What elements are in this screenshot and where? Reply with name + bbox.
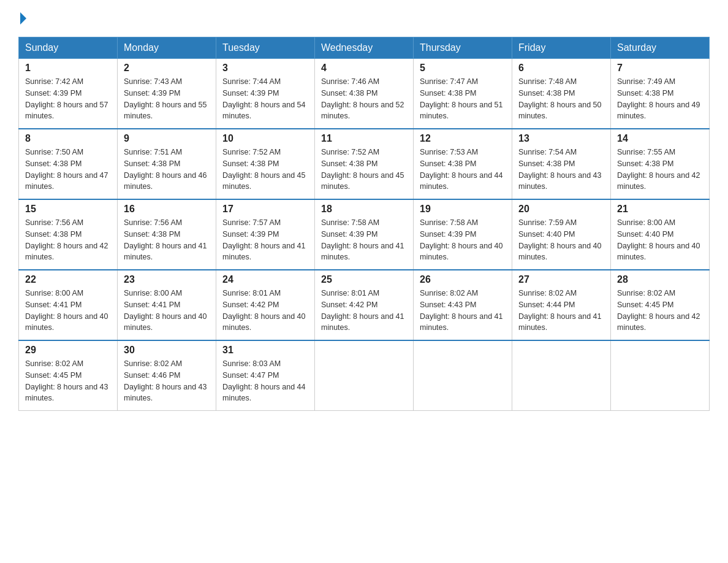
- day-number: 10: [222, 133, 308, 144]
- day-number: 7: [617, 63, 703, 74]
- calendar-week-row: 22 Sunrise: 8:00 AMSunset: 4:41 PMDaylig…: [19, 270, 710, 340]
- day-info: Sunrise: 8:01 AMSunset: 4:42 PMDaylight:…: [222, 289, 306, 332]
- calendar-week-row: 29 Sunrise: 8:02 AMSunset: 4:45 PMDaylig…: [19, 340, 710, 411]
- calendar-cell: 2 Sunrise: 7:43 AMSunset: 4:39 PMDayligh…: [118, 59, 216, 129]
- day-info: Sunrise: 7:55 AMSunset: 4:38 PMDaylight:…: [617, 148, 700, 191]
- calendar-cell: 6 Sunrise: 7:48 AMSunset: 4:38 PMDayligh…: [512, 59, 611, 129]
- day-number: 23: [124, 274, 210, 285]
- column-header-thursday: Thursday: [414, 37, 512, 59]
- calendar-week-row: 1 Sunrise: 7:42 AMSunset: 4:39 PMDayligh…: [19, 59, 710, 129]
- calendar-cell: 21 Sunrise: 8:00 AMSunset: 4:40 PMDaylig…: [611, 199, 710, 270]
- calendar-cell: 31 Sunrise: 8:03 AMSunset: 4:47 PMDaylig…: [216, 340, 315, 411]
- day-number: 16: [124, 204, 210, 215]
- calendar-table: SundayMondayTuesdayWednesdayThursdayFrid…: [18, 37, 710, 411]
- day-info: Sunrise: 7:56 AMSunset: 4:38 PMDaylight:…: [25, 218, 108, 261]
- day-number: 13: [518, 133, 604, 144]
- calendar-cell: 5 Sunrise: 7:47 AMSunset: 4:38 PMDayligh…: [414, 59, 512, 129]
- page-header: [18, 12, 710, 25]
- calendar-cell: 15 Sunrise: 7:56 AMSunset: 4:38 PMDaylig…: [19, 199, 118, 270]
- day-number: 6: [518, 63, 604, 74]
- column-header-wednesday: Wednesday: [315, 37, 414, 59]
- calendar-cell: 26 Sunrise: 8:02 AMSunset: 4:43 PMDaylig…: [414, 270, 512, 340]
- day-info: Sunrise: 7:44 AMSunset: 4:39 PMDaylight:…: [222, 77, 306, 120]
- day-info: Sunrise: 7:58 AMSunset: 4:39 PMDaylight:…: [420, 218, 503, 261]
- column-header-tuesday: Tuesday: [216, 37, 315, 59]
- day-info: Sunrise: 7:51 AMSunset: 4:38 PMDaylight:…: [124, 148, 207, 191]
- day-number: 18: [321, 204, 407, 215]
- day-info: Sunrise: 8:00 AMSunset: 4:41 PMDaylight:…: [25, 289, 108, 332]
- column-header-monday: Monday: [118, 37, 216, 59]
- day-number: 3: [222, 63, 308, 74]
- calendar-cell: 14 Sunrise: 7:55 AMSunset: 4:38 PMDaylig…: [611, 129, 710, 199]
- day-info: Sunrise: 7:58 AMSunset: 4:39 PMDaylight:…: [321, 218, 404, 261]
- calendar-cell: 27 Sunrise: 8:02 AMSunset: 4:44 PMDaylig…: [512, 270, 611, 340]
- day-info: Sunrise: 7:53 AMSunset: 4:38 PMDaylight:…: [420, 148, 503, 191]
- day-number: 20: [518, 204, 604, 215]
- calendar-cell: [611, 340, 710, 411]
- calendar-cell: 11 Sunrise: 7:52 AMSunset: 4:38 PMDaylig…: [315, 129, 414, 199]
- column-header-saturday: Saturday: [611, 37, 710, 59]
- day-number: 21: [617, 204, 703, 215]
- calendar-cell: 25 Sunrise: 8:01 AMSunset: 4:42 PMDaylig…: [315, 270, 414, 340]
- day-info: Sunrise: 7:57 AMSunset: 4:39 PMDaylight:…: [222, 218, 306, 261]
- day-info: Sunrise: 7:49 AMSunset: 4:38 PMDaylight:…: [617, 77, 700, 120]
- day-info: Sunrise: 8:00 AMSunset: 4:40 PMDaylight:…: [617, 218, 700, 261]
- day-info: Sunrise: 7:52 AMSunset: 4:38 PMDaylight:…: [321, 148, 404, 191]
- day-info: Sunrise: 7:59 AMSunset: 4:40 PMDaylight:…: [518, 218, 602, 261]
- calendar-cell: 29 Sunrise: 8:02 AMSunset: 4:45 PMDaylig…: [19, 340, 118, 411]
- day-info: Sunrise: 8:03 AMSunset: 4:47 PMDaylight:…: [222, 359, 306, 402]
- calendar-cell: 13 Sunrise: 7:54 AMSunset: 4:38 PMDaylig…: [512, 129, 611, 199]
- day-info: Sunrise: 7:43 AMSunset: 4:39 PMDaylight:…: [124, 77, 207, 120]
- day-number: 8: [25, 133, 111, 144]
- day-number: 12: [420, 133, 506, 144]
- calendar-week-row: 15 Sunrise: 7:56 AMSunset: 4:38 PMDaylig…: [19, 199, 710, 270]
- calendar-cell: 1 Sunrise: 7:42 AMSunset: 4:39 PMDayligh…: [19, 59, 118, 129]
- calendar-cell: 12 Sunrise: 7:53 AMSunset: 4:38 PMDaylig…: [414, 129, 512, 199]
- day-number: 11: [321, 133, 407, 144]
- day-number: 5: [420, 63, 506, 74]
- day-info: Sunrise: 7:50 AMSunset: 4:38 PMDaylight:…: [25, 148, 108, 191]
- day-info: Sunrise: 7:48 AMSunset: 4:38 PMDaylight:…: [518, 77, 602, 120]
- day-info: Sunrise: 7:52 AMSunset: 4:38 PMDaylight:…: [222, 148, 306, 191]
- day-number: 31: [222, 345, 308, 356]
- day-number: 30: [124, 345, 210, 356]
- day-info: Sunrise: 7:42 AMSunset: 4:39 PMDaylight:…: [25, 77, 108, 120]
- day-number: 29: [25, 345, 111, 356]
- day-number: 28: [617, 274, 703, 285]
- calendar-header-row: SundayMondayTuesdayWednesdayThursdayFrid…: [19, 37, 710, 59]
- day-info: Sunrise: 7:56 AMSunset: 4:38 PMDaylight:…: [124, 218, 207, 261]
- calendar-cell: 9 Sunrise: 7:51 AMSunset: 4:38 PMDayligh…: [118, 129, 216, 199]
- day-number: 27: [518, 274, 604, 285]
- day-info: Sunrise: 8:01 AMSunset: 4:42 PMDaylight:…: [321, 289, 404, 332]
- day-number: 19: [420, 204, 506, 215]
- day-number: 14: [617, 133, 703, 144]
- calendar-cell: 23 Sunrise: 8:00 AMSunset: 4:41 PMDaylig…: [118, 270, 216, 340]
- column-header-friday: Friday: [512, 37, 611, 59]
- day-number: 17: [222, 204, 308, 215]
- logo: [18, 12, 26, 25]
- day-number: 1: [25, 63, 111, 74]
- logo-arrow-icon: [20, 12, 26, 25]
- calendar-cell: 30 Sunrise: 8:02 AMSunset: 4:46 PMDaylig…: [118, 340, 216, 411]
- day-info: Sunrise: 8:02 AMSunset: 4:44 PMDaylight:…: [518, 289, 602, 332]
- day-info: Sunrise: 8:00 AMSunset: 4:41 PMDaylight:…: [124, 289, 207, 332]
- day-info: Sunrise: 8:02 AMSunset: 4:46 PMDaylight:…: [124, 359, 207, 402]
- calendar-cell: 3 Sunrise: 7:44 AMSunset: 4:39 PMDayligh…: [216, 59, 315, 129]
- day-info: Sunrise: 7:46 AMSunset: 4:38 PMDaylight:…: [321, 77, 404, 120]
- day-info: Sunrise: 8:02 AMSunset: 4:43 PMDaylight:…: [420, 289, 503, 332]
- calendar-cell: [414, 340, 512, 411]
- day-number: 25: [321, 274, 407, 285]
- day-number: 15: [25, 204, 111, 215]
- calendar-cell: [512, 340, 611, 411]
- calendar-cell: 16 Sunrise: 7:56 AMSunset: 4:38 PMDaylig…: [118, 199, 216, 270]
- column-header-sunday: Sunday: [19, 37, 118, 59]
- calendar-cell: 20 Sunrise: 7:59 AMSunset: 4:40 PMDaylig…: [512, 199, 611, 270]
- day-number: 26: [420, 274, 506, 285]
- day-info: Sunrise: 7:47 AMSunset: 4:38 PMDaylight:…: [420, 77, 503, 120]
- calendar-cell: 18 Sunrise: 7:58 AMSunset: 4:39 PMDaylig…: [315, 199, 414, 270]
- calendar-cell: 17 Sunrise: 7:57 AMSunset: 4:39 PMDaylig…: [216, 199, 315, 270]
- calendar-cell: 4 Sunrise: 7:46 AMSunset: 4:38 PMDayligh…: [315, 59, 414, 129]
- calendar-cell: [315, 340, 414, 411]
- calendar-cell: 10 Sunrise: 7:52 AMSunset: 4:38 PMDaylig…: [216, 129, 315, 199]
- day-info: Sunrise: 7:54 AMSunset: 4:38 PMDaylight:…: [518, 148, 602, 191]
